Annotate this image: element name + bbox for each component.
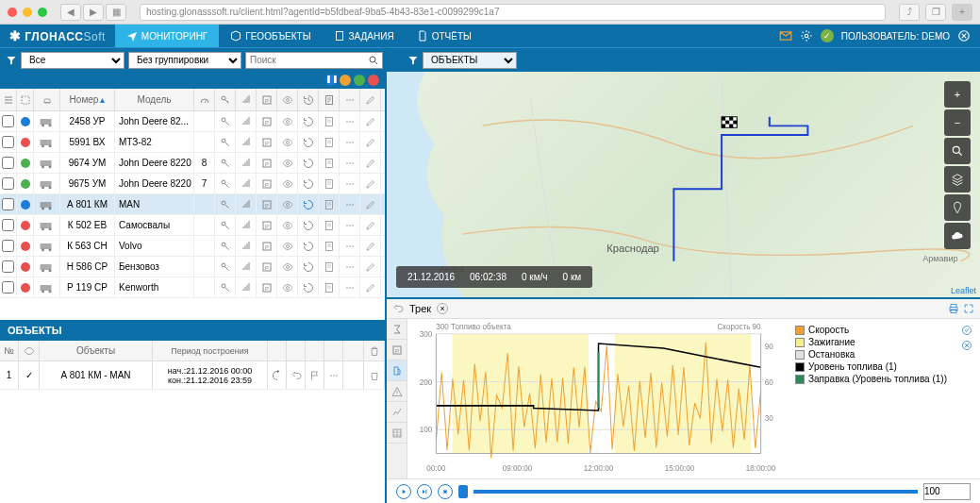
report-col-icon[interactable]	[324, 94, 335, 106]
edit-col-icon[interactable]	[365, 94, 376, 106]
report-icon[interactable]	[324, 116, 335, 127]
legend-item[interactable]: Остановка	[795, 349, 954, 360]
parking-icon[interactable]: P	[261, 261, 273, 273]
signal-col-icon[interactable]	[241, 94, 252, 106]
row-checkbox[interactable]	[2, 260, 14, 273]
expand-col-icon[interactable]	[3, 94, 14, 106]
url-bar[interactable]: hosting.glonasssoft.ru/client.html?agent…	[140, 4, 886, 21]
new-tab-button[interactable]: +	[952, 4, 972, 21]
row-checkbox[interactable]	[2, 136, 14, 148]
parking-icon[interactable]: P	[261, 158, 273, 169]
report-icon[interactable]	[324, 137, 335, 148]
eye-icon[interactable]	[282, 241, 293, 252]
eye-icon[interactable]	[282, 220, 293, 231]
pin-button[interactable]	[944, 194, 971, 221]
edit-icon[interactable]	[365, 282, 376, 293]
key-icon[interactable]	[220, 241, 231, 252]
legend-item[interactable]: Заправка (Уровень топлива (1))	[795, 374, 954, 384]
chart-tab-table[interactable]	[387, 423, 407, 444]
parking-icon[interactable]: P	[261, 178, 273, 190]
row-checkbox[interactable]	[2, 281, 14, 293]
signal-icon[interactable]	[241, 241, 252, 252]
more-icon[interactable]	[344, 220, 356, 231]
minimize-window-icon[interactable]	[23, 8, 32, 17]
parking-icon[interactable]: P	[261, 282, 273, 293]
edit-icon[interactable]	[365, 241, 376, 252]
period-row-check[interactable]: ✓	[19, 361, 40, 389]
search-icon[interactable]	[368, 55, 379, 66]
col-number[interactable]: Номер▴	[60, 89, 115, 110]
key-icon[interactable]	[220, 116, 231, 127]
panel-button[interactable]: ▦	[106, 4, 126, 21]
more-icon[interactable]	[344, 158, 356, 169]
gauge-col-icon[interactable]	[199, 94, 210, 106]
ok-indicator-icon[interactable]	[354, 75, 365, 86]
key-icon[interactable]	[220, 282, 231, 293]
parking-icon[interactable]: P	[261, 116, 273, 127]
signal-icon[interactable]	[241, 261, 252, 273]
signal-icon[interactable]	[241, 137, 252, 148]
map[interactable]: Краснодар Анапа Армавир 21.12.2016 06:02…	[387, 72, 980, 297]
more-icon[interactable]	[344, 137, 356, 148]
filter-icon[interactable]	[6, 55, 17, 66]
eye-icon[interactable]	[282, 178, 293, 190]
alert-indicator-icon[interactable]	[368, 75, 379, 86]
row-checkbox[interactable]	[2, 198, 14, 210]
row-checkbox[interactable]	[2, 240, 14, 252]
table-row[interactable]: 5991 ВХМТЗ-82P	[0, 132, 385, 153]
logout-icon[interactable]	[957, 29, 971, 42]
chart-tab-sum[interactable]	[387, 319, 407, 340]
key-icon[interactable]	[220, 199, 231, 210]
legend-item[interactable]: Зажигание	[795, 337, 954, 347]
key-icon[interactable]	[220, 261, 231, 273]
legend-item[interactable]: Уровень топлива (1)	[795, 361, 954, 372]
tab-tasks[interactable]: ЗАДАНИЯ	[323, 25, 406, 47]
period-row[interactable]: 1 ✓ А 801 КМ - MAN нач.:21.12.2016 00:00…	[0, 361, 385, 390]
table-row[interactable]: 9675 УМJohn Deere 82207P	[0, 174, 385, 194]
mail-icon[interactable]	[779, 29, 792, 42]
edit-icon[interactable]	[365, 199, 376, 210]
more-icon[interactable]	[344, 116, 356, 127]
parking-col-icon[interactable]: P	[261, 94, 273, 106]
table-row[interactable]: К 502 ЕВСамосвалыP	[0, 215, 385, 236]
chart-reset-icon[interactable]	[961, 340, 972, 351]
table-row[interactable]: К 563 СНVolvoP	[0, 236, 385, 257]
chart-tab-graph[interactable]	[387, 402, 407, 423]
track-close-icon[interactable]: ×	[437, 303, 448, 314]
user-label[interactable]: ПОЛЬЗОВАТЕЛЬ: DEMO	[841, 31, 950, 42]
vehicle-col-icon[interactable]	[42, 94, 53, 106]
play-button[interactable]	[396, 484, 411, 499]
chart-zoom-icon[interactable]	[961, 325, 972, 336]
history-icon[interactable]	[303, 282, 314, 293]
history-icon[interactable]	[303, 116, 314, 127]
next-button[interactable]	[417, 484, 432, 499]
parking-icon[interactable]: P	[261, 220, 273, 231]
edit-icon[interactable]	[365, 116, 376, 127]
key-icon[interactable]	[220, 178, 231, 190]
print-icon[interactable]	[948, 303, 959, 314]
report-icon[interactable]	[324, 220, 335, 231]
select-col-icon[interactable]	[20, 94, 31, 106]
zoom-in-button[interactable]: +	[944, 81, 971, 108]
row-checkbox[interactable]	[2, 115, 14, 127]
history-icon[interactable]	[303, 261, 314, 273]
eye-icon[interactable]	[24, 345, 35, 357]
forward-button[interactable]: ▶	[83, 4, 104, 21]
close-window-icon[interactable]	[8, 8, 17, 17]
key-icon[interactable]	[220, 137, 231, 148]
table-row[interactable]: Н 586 СРБензовозP	[0, 257, 385, 277]
back-button[interactable]: ◀	[60, 4, 81, 21]
eye-icon[interactable]	[282, 158, 293, 169]
playback-slider[interactable]	[473, 490, 918, 494]
signal-icon[interactable]	[241, 178, 252, 190]
tab-reports[interactable]: ОТЧЁТЫ	[406, 25, 483, 47]
more-icon[interactable]	[344, 261, 356, 273]
flag-icon[interactable]	[309, 370, 321, 381]
chart-tab-fuel[interactable]	[387, 360, 407, 381]
map-objects-select[interactable]: ОБЪЕКТЫ	[423, 52, 517, 69]
history-icon[interactable]	[303, 137, 314, 148]
layers-button[interactable]	[944, 166, 971, 193]
tab-geoobjects[interactable]: ГЕООБЪЕКТЫ	[219, 25, 322, 47]
report-icon[interactable]	[324, 199, 335, 210]
edit-icon[interactable]	[365, 261, 376, 273]
